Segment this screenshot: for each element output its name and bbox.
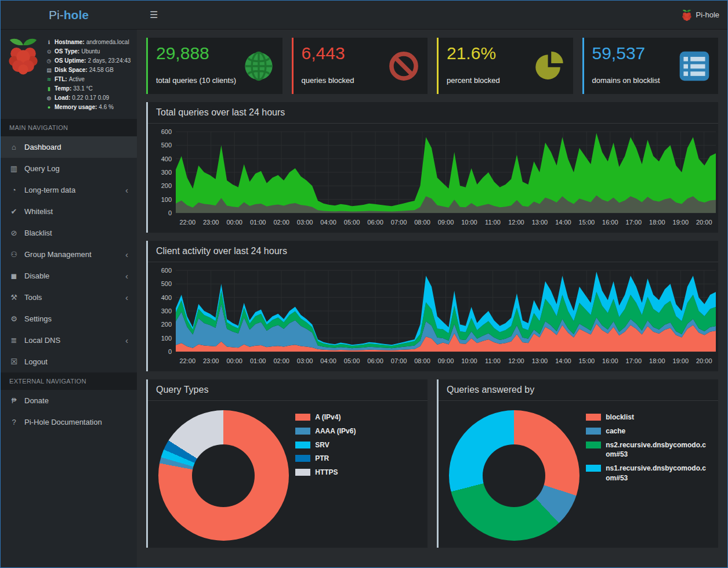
system-info-row: ≋FTL:Active: [45, 75, 131, 84]
sidebar-item-donate[interactable]: ₱Donate: [1, 390, 137, 411]
query-types-legend: A (IPv4)AAAA (IPv6)SRVPTRHTTPS: [293, 410, 422, 482]
legend-label: ns2.recursive.dnsbycomodo.com#53: [606, 440, 708, 460]
svg-text:14:00: 14:00: [555, 357, 571, 364]
query-types-panel-title: Query Types: [148, 379, 428, 401]
svg-text:01:00: 01:00: [250, 357, 266, 364]
svg-text:04:00: 04:00: [320, 219, 336, 226]
brand-hole: hole: [64, 8, 89, 22]
raspberry-icon: [682, 9, 692, 21]
legend-label: cache: [606, 426, 625, 436]
legend-label: ns1.recursive.dnsbycomodo.com#53: [606, 464, 708, 483]
card-queries-blocked[interactable]: 6,443 queries blocked: [292, 38, 428, 94]
legend-label: blocklist: [606, 413, 634, 422]
answered-by-panel-title: Queries answered by: [439, 379, 718, 401]
legend-swatch: [295, 455, 310, 462]
svg-text:23:00: 23:00: [203, 357, 219, 364]
system-info-value: 2 days, 23:24:43: [88, 57, 131, 64]
donut-hole: [192, 444, 255, 507]
percent-blocked-value: 21.6%: [447, 44, 500, 63]
total-queries-panel-title: Total queries over last 24 hours: [148, 102, 718, 124]
bottom-panels: Query Types A (IPv4)AAAA (IPv6)SRVPTRHTT…: [146, 379, 718, 556]
topbar: ☰ Pi-hole: [137, 1, 727, 30]
sidebar-item-group-management[interactable]: ⚇Group Management‹: [1, 244, 137, 265]
svg-text:02:00: 02:00: [273, 357, 289, 364]
sidebar-item-settings[interactable]: ⚙Settings: [1, 308, 137, 330]
brand-logo[interactable]: Pi-hole: [1, 1, 137, 30]
file-icon: ▥: [9, 164, 19, 173]
sidebar-item-pi-hole-documentation[interactable]: ?Pi-Hole Documentation: [1, 411, 137, 433]
card-percent-blocked[interactable]: 21.6% percent blocked: [437, 38, 573, 94]
legend-item-ns1-recursive-dnsbycomodo-com-53[interactable]: ns1.recursive.dnsbycomodo.com#53: [586, 464, 708, 483]
svg-text:200: 200: [161, 182, 172, 189]
panel-total-queries: Total queries over last 24 hours 0100200…: [146, 102, 718, 233]
svg-text:13:00: 13:00: [532, 357, 548, 364]
disk-space-icon: ▤: [45, 67, 53, 75]
legend-item-blocklist[interactable]: blocklist: [586, 413, 708, 422]
system-info-value: 4.6 %: [99, 104, 114, 110]
svg-text:0: 0: [168, 209, 172, 216]
percent-blocked-label: percent blocked: [447, 76, 500, 88]
sidebar-item-long-term-data[interactable]: ◔Long-term data‹: [1, 179, 137, 201]
sidebar-item-local-dns[interactable]: ≣Local DNS‹: [1, 330, 137, 351]
legend-item-https[interactable]: HTTPS: [295, 468, 417, 477]
home-icon: ⌂: [9, 143, 19, 151]
system-info-value: 33.1 °C: [73, 85, 92, 92]
system-info-label: Load:: [55, 95, 70, 101]
svg-text:00:00: 00:00: [226, 219, 242, 226]
menu-toggle-icon[interactable]: ☰: [145, 6, 162, 24]
sidebar-item-label: Group Management: [24, 250, 92, 259]
sidebar-item-label: Blacklist: [24, 229, 52, 237]
sidebar-item-blacklist[interactable]: ⊘Blacklist: [1, 222, 137, 244]
system-info: ℹHostname:andromeda.local⊙OS Type:Ubuntu…: [45, 37, 131, 112]
query-types-donut[interactable]: [158, 410, 289, 541]
svg-text:03:00: 03:00: [297, 219, 313, 226]
legend-label: AAAA (IPv6): [315, 426, 356, 436]
legend-item-cache[interactable]: cache: [586, 426, 708, 436]
sidebar-item-whitelist[interactable]: ✔Whitelist: [1, 201, 137, 222]
system-info-value: andromeda.local: [86, 39, 129, 45]
svg-text:500: 500: [161, 142, 172, 149]
legend-item-ns2-recursive-dnsbycomodo-com-53[interactable]: ns2.recursive.dnsbycomodo.com#53: [586, 440, 708, 460]
legend-label: PTR: [315, 454, 329, 464]
temperature-icon: ▮: [45, 85, 53, 93]
sidebar-item-label: Long-term data: [24, 186, 75, 194]
sidebar-item-logout[interactable]: ☒Logout: [1, 351, 137, 372]
svg-text:08:00: 08:00: [414, 219, 430, 226]
svg-text:16:00: 16:00: [602, 357, 618, 364]
svg-text:05:00: 05:00: [344, 357, 360, 364]
svg-text:500: 500: [161, 280, 172, 287]
legend-item-srv[interactable]: SRV: [295, 440, 417, 450]
list-icon: [679, 50, 710, 82]
sidebar-item-tools[interactable]: ⚒Tools‹: [1, 287, 137, 308]
sidebar-item-dashboard[interactable]: ⌂Dashboard: [1, 136, 137, 158]
card-total-queries[interactable]: 29,888 total queries (10 clients): [146, 38, 282, 94]
total-queries-chart[interactable]: 010020030040050060022:0023:0000:0001:000…: [154, 128, 722, 230]
svg-text:19:00: 19:00: [673, 357, 689, 364]
answered-by-donut[interactable]: [449, 410, 579, 541]
legend-item-aaaa-ipv6[interactable]: AAAA (IPv6): [295, 426, 417, 436]
topbar-user-menu[interactable]: Pi-hole: [682, 9, 719, 21]
legend-item-a-ipv4[interactable]: A (IPv4): [295, 413, 417, 422]
system-info-row: ●Memory usage:4.6 %: [45, 103, 131, 112]
svg-text:07:00: 07:00: [391, 219, 407, 226]
svg-text:07:00: 07:00: [391, 357, 407, 364]
queries-blocked-value: 6,443: [302, 44, 354, 63]
sidebar-item-disable[interactable]: ◼Disable‹: [1, 265, 137, 287]
system-info-label: FTL:: [55, 76, 67, 82]
svg-text:09:00: 09:00: [438, 219, 454, 226]
pihole-dashboard-window: Pi-hole ☰ Pi-hole: [0, 0, 728, 568]
legend-swatch: [295, 428, 310, 435]
sidebar-item-query-log[interactable]: ▥Query Log: [1, 158, 137, 179]
gears-icon: ⚙: [9, 314, 19, 323]
sidebar-item-label: Disable: [24, 272, 49, 280]
client-activity-chart[interactable]: 010020030040050060022:0023:0000:0001:000…: [154, 267, 722, 369]
card-domains-blocklist[interactable]: 59,537 domains on blocklist: [582, 38, 719, 94]
svg-text:300: 300: [161, 169, 172, 176]
legend-item-ptr[interactable]: PTR: [295, 454, 417, 464]
system-info-row: ▤Disk Space:24.58 GB: [45, 66, 131, 75]
system-info-row: ▮Temp:33.1 °C: [45, 84, 131, 93]
donate-icon: ₱: [9, 396, 19, 405]
sidebar-item-label: Query Log: [24, 164, 60, 173]
sidebar-item-label: Settings: [24, 314, 52, 323]
legend-label: HTTPS: [315, 468, 338, 477]
